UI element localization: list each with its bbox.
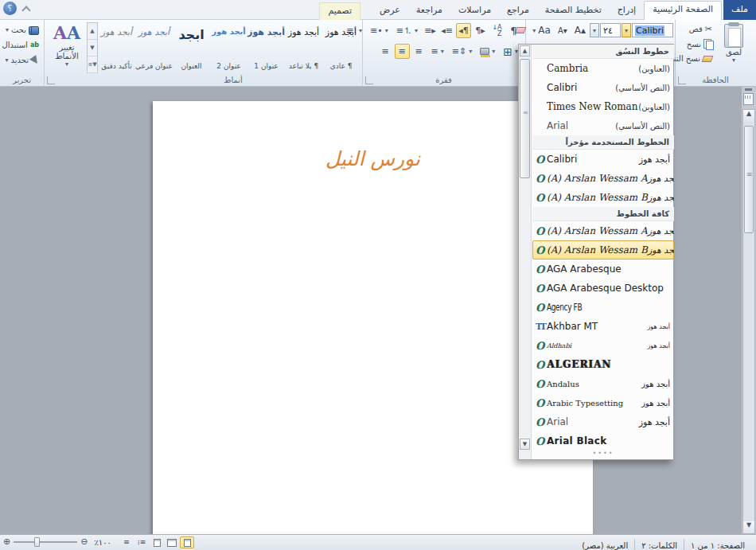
select-button[interactable]: تحديد▾ [0,54,42,66]
font-dropdown-scroll-thumb[interactable] [520,59,530,178]
styles-gallery-up-icon[interactable]: ▲ [88,23,97,40]
shading-button[interactable]: ▾ [477,46,498,57]
style-item-عنوان 1[interactable]: أبجد هوزعنوان 1 [248,21,284,74]
font-dropdown-scroll-down-icon[interactable]: ▼ [520,439,530,450]
font-option-Calibri[interactable]: Calibri(النص الأساسي) [532,78,674,97]
numbering-button[interactable]: ▾⒈≡ [393,25,421,37]
font-option-Arabic Typesetting[interactable]: OArabic Typesettingأبجد هوز [532,393,674,412]
change-styles-button[interactable]: AA تغيير الأنماط ▾ [49,22,84,78]
ltr-direction-button[interactable]: ▸¶ [473,23,488,38]
ruler-toggle-icon[interactable] [743,93,754,105]
status-info: الصفحة: ١ من ١الكلمات: ٢العربية (مصر) [575,539,751,550]
cut-button[interactable]: ✂قص [686,23,715,35]
font-option-AGA Arabesque[interactable]: OAGA Arabesque [532,259,674,279]
style-item-عنوان فرعي[interactable]: أبجد هوزعنوان فرعي [136,21,172,74]
font-option-Arial[interactable]: Arial(النص الأساسي) [532,116,674,135]
zoom-percentage[interactable]: ٪١٠٠ [94,538,111,547]
increase-indent-button[interactable]: ▸≡ [423,23,438,38]
font-option-AGA Arabesque Desktop[interactable]: OAGA Arabesque Desktop [532,279,674,298]
style-item-العنوان[interactable]: ابجدالعنوان [173,21,209,74]
zoom-slider[interactable] [14,541,77,543]
font-section-header: خطوط النسُق [532,45,674,59]
minimize-ribbon-icon[interactable] [21,6,30,14]
zoom-in-icon[interactable]: ⊕ [3,537,10,547]
font-option-(A) Arslan Wessam A[interactable]: O(A) Arslan Wessam Aابجد هوز [532,169,674,188]
tab-مراجعة[interactable]: مراجعة [408,2,450,20]
view-reading-button[interactable] [165,536,179,548]
replace-button[interactable]: abاستبدال [0,39,42,51]
shrink-font-button[interactable]: A▾ [555,25,571,37]
font-option-Cambria[interactable]: Cambria(العناوين) [532,59,674,78]
align-left-button[interactable]: ≡ [411,44,427,59]
style-item-¶ عادي[interactable]: أبجد هوز¶ عادي [323,21,359,74]
style-item-عنوان 2[interactable]: أبجد هوزعنوان 2 [211,21,247,74]
font-option-Calibri[interactable]: OCalibriأبجد هوز [532,150,674,169]
tab-مراسلات[interactable]: مراسلات [450,2,499,20]
change-case-button[interactable]: ▾Aa [529,23,554,37]
scroll-down-icon[interactable]: ▼ [743,521,754,533]
scrollbar-thumb[interactable] [744,126,754,233]
status-segment-0[interactable]: الصفحة: ١ من ١ [684,539,751,550]
tab-ملف[interactable]: ملف [723,0,756,20]
tab-تخطيط الصفحة[interactable]: تخطيط الصفحة [537,2,610,20]
font-option-Agency FB[interactable]: OAgency FB [532,298,674,317]
paragraph-dialog-launcher[interactable] [365,76,373,84]
paste-dropdown-arrow[interactable]: ▾ [732,57,735,64]
status-segment-1[interactable]: الكلمات: ٢ [634,539,684,550]
justify-button[interactable]: ▾≡ [428,45,447,57]
style-item-¶ بلا تباعد[interactable]: أبجد هوز¶ بلا تباعد [286,21,321,74]
font-size-dropdown-arrow[interactable]: ▾ [590,23,599,37]
font-option-Andalus[interactable]: OAndalusأبجد هوز [532,374,674,393]
copy-button[interactable]: نسخ [684,37,715,50]
change-styles-label: تغيير الأنماط [49,43,84,60]
styles-gallery-more-icon[interactable]: ▼≡ [88,57,97,73]
scroll-up-icon[interactable]: ▲ [743,110,754,122]
grow-font-button[interactable]: A▴ [571,23,589,37]
font-option-Aldhabi[interactable]: OAldhabiأبجد هوز [532,336,674,355]
tab-تصميم[interactable]: تصميم [319,2,360,20]
view-outline-button[interactable]: ⁝≡ [134,536,149,548]
line-spacing-button[interactable]: ▾⇕≡ [449,45,475,57]
font-option-Arial Black[interactable]: OArial Black [532,431,674,451]
rtl-direction-button[interactable]: ¶◂ [456,23,471,38]
find-button[interactable]: بحث▾ [0,24,42,36]
font-dropdown-scrollbar[interactable]: ▲ ▼ [519,45,532,459]
font-option-(A) Arslan Wessam B[interactable]: O(A) Arslan Wessam Bأبجد هوز [532,240,674,259]
bullets-button[interactable]: ▾•≡ [367,25,392,37]
print-layout-icon [184,539,191,547]
tab-مراجع[interactable]: مراجع [499,2,537,20]
align-right-button[interactable]: ≡ [378,44,393,59]
status-segment-2[interactable]: العربية (مصر) [575,539,634,550]
font-option-Times New Roman[interactable]: Times New Roman(العناوين) [532,97,674,116]
font-option-Arial[interactable]: OArialأبجد هوز [532,412,674,431]
view-web-button[interactable] [150,536,164,548]
style-item-تأكيد دقيق[interactable]: أبجد هوزتأكيد دقيق [99,21,134,74]
view-print-layout-button[interactable] [180,536,194,548]
paste-button[interactable]: لصق ▾ [719,24,749,73]
vertical-scrollbar[interactable]: ▲ ▼ [742,109,755,534]
font-name-input[interactable]: Calibri [632,23,673,37]
help-icon[interactable]: ؟ [3,2,17,15]
tab-إدراج[interactable]: إدراج [610,2,644,20]
font-name-dropdown-arrow[interactable]: ▾ [622,23,631,37]
styles-gallery-down-icon[interactable]: ▼ [88,40,97,57]
sort-button[interactable]: A↓Z [489,23,505,38]
align-center-button[interactable]: ≡ [395,44,410,59]
font-size-input[interactable]: ٢٤ [600,23,621,37]
view-draft-button[interactable]: ≡ [119,536,134,548]
tab-عرض[interactable]: عرض [372,2,408,20]
font-option-ALGERIAN[interactable]: OALGERIAN [532,355,674,374]
zoom-control: ⊕ ⊖ ٪١٠٠ [3,537,111,547]
font-option-(A) Arslan Wessam B[interactable]: O(A) Arslan Wessam Bأبجد هوز [532,188,674,207]
font-dropdown-scroll-up-icon[interactable]: ▲ [520,45,530,57]
dropdown-resize-grip[interactable]: •••• [532,451,674,458]
show-paragraph-marks-button[interactable]: ¶ [506,23,521,38]
tab-الصفحة الرئيسية[interactable]: الصفحة الرئيسية [644,1,722,20]
font-option-(A) Arslan Wessam A[interactable]: O(A) Arslan Wessam Aأبجد هوز [532,221,674,240]
zoom-out-icon[interactable]: ⊖ [80,537,88,547]
styles-dialog-launcher[interactable] [47,76,55,84]
clipboard-dialog-launcher[interactable] [678,76,686,84]
font-option-Akhbar MT[interactable]: TTAkhbar MTأبجد هوز [532,317,674,336]
zoom-slider-thumb[interactable] [34,537,40,547]
decrease-indent-button[interactable]: ≡◂ [439,23,454,38]
